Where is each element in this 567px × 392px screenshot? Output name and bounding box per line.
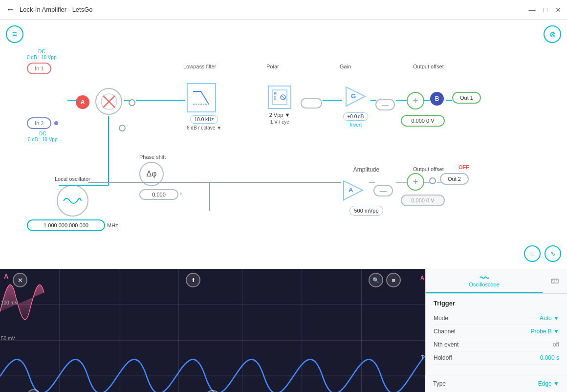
phase-shift-section: Phase shift Δφ 0.000 ° xyxy=(139,154,182,200)
hline6 xyxy=(396,100,407,101)
report-button[interactable]: ≣ xyxy=(524,245,541,262)
nth-event-row: Nth event off xyxy=(434,338,559,351)
polar-label: Polar xyxy=(266,64,279,71)
gain-triangle[interactable]: G +0.0 dB Invert xyxy=(342,83,369,128)
amp-value-input[interactable]: 500 mVpp xyxy=(349,206,383,216)
trigger-title: Trigger xyxy=(434,300,559,307)
settings-button[interactable]: ⊗ xyxy=(544,25,561,43)
hline2 xyxy=(124,100,131,101)
out2-pill[interactable]: Out 2 xyxy=(440,173,469,185)
vline-osc xyxy=(108,116,109,185)
maximize-button[interactable]: □ xyxy=(544,6,547,14)
osc-circle[interactable] xyxy=(57,185,88,217)
channel-b-crosshair[interactable]: ⊕ xyxy=(27,389,41,392)
svg-text:A: A xyxy=(349,186,353,194)
in1-sublabel: DC 0 dB : 10 Vpp xyxy=(27,49,57,61)
scope-upload-btn[interactable]: ⬆ xyxy=(186,273,200,287)
title-bar: ← Lock-In Amplifier - LetsGo — □ ✕ xyxy=(0,0,567,20)
minimize-button[interactable]: — xyxy=(529,6,536,14)
amp-value-row: 500 mVpp xyxy=(340,206,393,216)
nth-event-label: Nth event xyxy=(434,341,458,348)
in2-dot xyxy=(54,121,58,125)
oscilloscope-tab-icon xyxy=(480,274,489,282)
hline-amp2 xyxy=(396,182,407,183)
osc-section: Local oscillator 1.000 000 000 000 MHz xyxy=(27,176,118,231)
amp-minus-pill[interactable]: — xyxy=(373,185,393,196)
in1-pill[interactable]: In 1 xyxy=(27,63,51,74)
filter-freq-input[interactable]: 10.0 kHz xyxy=(190,115,218,124)
scope-settings-btn[interactable]: ≡ xyxy=(386,273,401,287)
scope-search-btn[interactable]: 🔍 xyxy=(369,273,383,287)
pause-button[interactable]: ⏸ xyxy=(204,390,221,392)
plus-circle2[interactable]: + xyxy=(407,173,424,191)
menu-icon: ≡ xyxy=(12,30,17,39)
signal-chain-area: ≡ ⊗ DC 0 dB : 10 Vpp In 1 In 2 DC 0 dB :… xyxy=(0,20,567,269)
right-panel-tabs: Oscilloscope xyxy=(426,269,567,294)
menu-button[interactable]: ≡ xyxy=(6,25,23,43)
chart-button[interactable]: ∿ xyxy=(545,245,561,262)
freq-input[interactable]: 1.000 000 000 000 xyxy=(27,219,105,231)
svg-line-8 xyxy=(282,96,284,99)
type-value[interactable]: Edge ▼ xyxy=(538,380,559,387)
minus-pill1[interactable]: — xyxy=(375,99,395,110)
scope-controls-top: ✕ xyxy=(13,273,27,287)
y-label-50mv: 50 mV xyxy=(1,336,15,341)
out1-pill[interactable]: Out 1 xyxy=(452,92,481,104)
channel-row: Channel Probe B ▼ xyxy=(434,325,559,338)
oscilloscope-panel: A ✕ ⬆ 🔍 ≡ 100 mV 50 mV B 0 V ⊕ ⏸ T A xyxy=(0,269,567,392)
measure-tab[interactable] xyxy=(543,269,567,293)
amp-triangle: A — xyxy=(340,177,393,204)
scope-controls-mid: ⬆ xyxy=(186,273,200,287)
node-b[interactable]: B xyxy=(430,92,444,106)
amplitude-section: Amplitude A — 500 mVpp xyxy=(340,166,393,216)
settings-icon: ⊗ xyxy=(549,30,556,39)
mode-value[interactable]: Auto ▼ xyxy=(540,315,559,322)
scope-canvas: A ✕ ⬆ 🔍 ≡ 100 mV 50 mV B 0 V ⊕ ⏸ T A xyxy=(0,269,425,392)
right-panel: Oscilloscope Trigger Mode Auto ▼ xyxy=(425,269,567,392)
polar-value[interactable]: 2 Vpp ▼ xyxy=(269,112,290,118)
holdoff-value[interactable]: 0.000 s xyxy=(540,354,559,361)
dot3[interactable] xyxy=(429,177,436,184)
holdoff-label: Holdoff xyxy=(434,354,452,361)
bottom-icons: ≣ ∿ xyxy=(524,245,561,262)
lowpass-filter-box[interactable]: 10.0 kHz 6 dB / octave ▼ xyxy=(187,83,221,131)
hline1 xyxy=(67,100,78,101)
close-button[interactable]: ✕ xyxy=(555,6,561,14)
back-button[interactable]: ← xyxy=(6,4,15,15)
hline-amp1 xyxy=(369,182,375,183)
filter-slope[interactable]: 6 dB / octave ▼ xyxy=(187,125,221,131)
oscilloscope-tab[interactable]: Oscilloscope xyxy=(426,269,543,293)
output-offset1-label: Output offset xyxy=(413,64,444,71)
phase-input-row: 0.000 ° xyxy=(139,189,182,200)
a-marker: A xyxy=(420,275,424,281)
channel-label: Channel xyxy=(434,328,456,335)
nth-event-value[interactable]: off xyxy=(553,341,559,348)
blue-wave-svg xyxy=(0,269,425,392)
phase-input[interactable]: 0.000 xyxy=(139,189,178,200)
vline-amp xyxy=(209,182,210,211)
input2-group: In 2 DC 0 dB : 10 Vpp xyxy=(27,117,58,143)
svg-text:θ: θ xyxy=(274,96,276,101)
trigger-marker: T xyxy=(421,354,424,360)
type-label: Type xyxy=(433,380,446,387)
in2-sublabel: DC 0 dB : 10 Vpp xyxy=(27,131,58,143)
node-a[interactable]: A xyxy=(76,95,89,109)
svg-text:G: G xyxy=(351,92,356,100)
mixer[interactable] xyxy=(95,88,122,115)
hline-amp4 xyxy=(437,182,442,183)
hline-amp3 xyxy=(424,182,430,183)
scope-close-btn[interactable]: ✕ xyxy=(13,273,27,287)
capsule-shape[interactable] xyxy=(301,98,322,109)
channel-value[interactable]: Probe B ▼ xyxy=(530,328,559,335)
output-offset2-value[interactable]: 0.000 0 V xyxy=(401,195,445,206)
plus-circle1[interactable]: + xyxy=(407,92,424,109)
type-edge-row: Type Edge ▼ xyxy=(425,375,567,392)
polar-box[interactable]: R θ 2 Vpp ▼ 1 V / cyc xyxy=(268,86,291,125)
gain-value[interactable]: +0.0 dB xyxy=(343,112,369,121)
hline5 xyxy=(371,100,376,101)
output-offset1-value[interactable]: 0.000 0 V xyxy=(401,115,445,127)
dot2[interactable] xyxy=(119,125,126,131)
hline3 xyxy=(136,100,185,101)
gain-invert[interactable]: Invert xyxy=(342,122,369,128)
in2-pill[interactable]: In 2 xyxy=(27,117,51,129)
